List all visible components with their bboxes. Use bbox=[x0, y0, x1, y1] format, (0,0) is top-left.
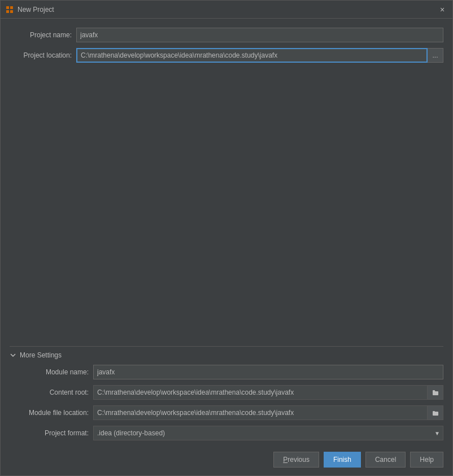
content-root-row: Content root: C:\mrathena\develop\worksp… bbox=[10, 385, 443, 400]
browse-ellipsis: ... bbox=[432, 51, 438, 59]
project-location-input[interactable] bbox=[76, 48, 428, 63]
help-label: Help bbox=[420, 456, 434, 464]
button-bar: Previous Finish Cancel Help bbox=[1, 446, 452, 475]
module-name-input[interactable] bbox=[93, 365, 443, 379]
more-settings-header[interactable]: More Settings bbox=[10, 351, 443, 359]
dialog-title: New Project bbox=[18, 6, 433, 14]
project-name-label: Project name: bbox=[10, 31, 72, 39]
project-name-row: Project name: bbox=[10, 28, 443, 42]
more-settings-form: Module name: Content root: C:\mrathena\d… bbox=[10, 365, 443, 442]
svg-rect-0 bbox=[6, 6, 9, 9]
module-name-row: Module name: bbox=[10, 365, 443, 379]
project-name-input[interactable] bbox=[76, 28, 443, 42]
module-file-location-value: C:\mrathena\develop\workspace\idea\mrath… bbox=[93, 405, 428, 420]
svg-rect-1 bbox=[10, 6, 13, 9]
more-settings-label: More Settings bbox=[20, 351, 62, 359]
cancel-label: Cancel bbox=[375, 456, 396, 464]
previous-label: Previous bbox=[283, 456, 310, 464]
help-button[interactable]: Help bbox=[410, 452, 443, 468]
project-location-browse-button[interactable]: ... bbox=[428, 48, 443, 63]
svg-rect-4 bbox=[433, 391, 438, 395]
module-file-location-row: Module file location: C:\mrathena\develo… bbox=[10, 405, 443, 420]
project-location-field-group: ... bbox=[76, 48, 443, 63]
finish-label: Finish bbox=[333, 456, 351, 464]
close-button[interactable]: × bbox=[437, 4, 448, 15]
folder-icon bbox=[432, 389, 439, 396]
project-location-label: Project location: bbox=[10, 51, 72, 59]
module-name-label: Module name: bbox=[10, 368, 89, 376]
chevron-down-icon bbox=[10, 352, 16, 359]
content-root-value: C:\mrathena\develop\workspace\idea\mrath… bbox=[93, 385, 428, 400]
svg-rect-6 bbox=[433, 412, 438, 416]
new-project-dialog: New Project × Project name: Project loca… bbox=[0, 0, 453, 476]
module-file-location-field-group: C:\mrathena\develop\workspace\idea\mrath… bbox=[93, 405, 443, 420]
svg-rect-2 bbox=[6, 10, 9, 13]
content-root-field-group: C:\mrathena\develop\workspace\idea\mrath… bbox=[93, 385, 443, 400]
dialog-content: Project name: Project location: ... More… bbox=[1, 19, 452, 446]
app-icon bbox=[5, 5, 14, 14]
svg-rect-3 bbox=[10, 10, 13, 13]
svg-rect-5 bbox=[433, 391, 435, 392]
finish-button[interactable]: Finish bbox=[324, 452, 361, 468]
main-spacer bbox=[10, 68, 443, 344]
cancel-button[interactable]: Cancel bbox=[365, 452, 406, 468]
folder-icon-2 bbox=[432, 409, 439, 416]
title-bar: New Project × bbox=[1, 1, 452, 19]
project-format-row: Project format: .idea (directory-based).… bbox=[10, 426, 443, 440]
project-format-label: Project format: bbox=[10, 429, 89, 437]
project-format-select-wrapper: .idea (directory-based).ipr (file based)… bbox=[93, 426, 443, 440]
module-file-location-label: Module file location: bbox=[10, 409, 89, 417]
more-settings-section: More Settings Module name: Content root:… bbox=[10, 346, 443, 442]
module-file-location-browse-button[interactable] bbox=[428, 405, 443, 420]
project-format-select[interactable]: .idea (directory-based).ipr (file based) bbox=[93, 426, 443, 440]
svg-rect-7 bbox=[433, 411, 435, 412]
content-root-label: Content root: bbox=[10, 388, 89, 396]
content-root-browse-button[interactable] bbox=[428, 385, 443, 400]
previous-button[interactable]: Previous bbox=[273, 452, 319, 468]
project-location-row: Project location: ... bbox=[10, 48, 443, 63]
